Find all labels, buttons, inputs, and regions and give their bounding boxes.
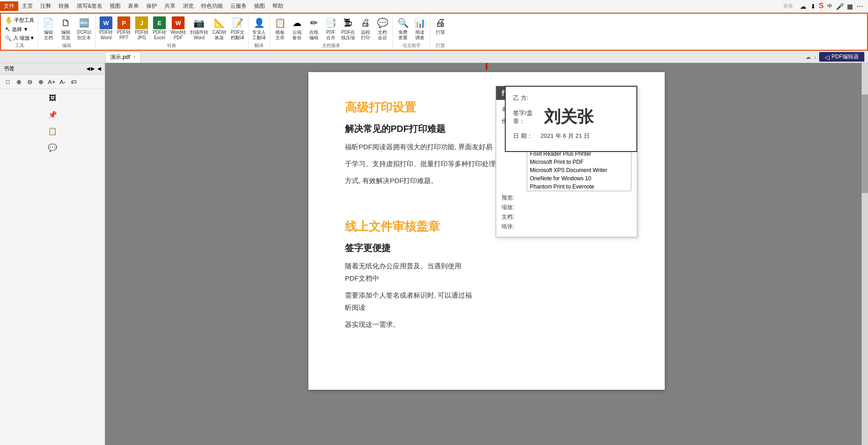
free-check-btn[interactable]: 🔍 免费查重 xyxy=(395,16,411,42)
printer-onenote[interactable]: OneNote for Windows 10 xyxy=(527,174,631,183)
pdf-ppt-btn[interactable]: P PDF转PPT xyxy=(115,16,132,42)
sidebar-icon-page[interactable]: 🖼 xyxy=(47,93,58,104)
sidebar-header: 书签 ◀ ▶ ◀ xyxy=(0,63,105,75)
sidebar-icon-comment[interactable]: 💬 xyxy=(47,142,58,153)
sig-party-label: 乙 方: xyxy=(513,94,540,102)
free-check-label: 免费查重 xyxy=(398,30,408,41)
file-tab[interactable]: 演示.pdf × xyxy=(105,52,141,63)
lang-icon[interactable]: 中 xyxy=(825,2,834,11)
free-check-icon: 🔍 xyxy=(397,16,409,29)
pdf-compress-label: PDF在线压缩 xyxy=(341,30,355,41)
zoom-tool-btn[interactable]: 🔍 入 缩放▼ xyxy=(4,34,36,42)
sidebar-toolbar: □ ⊕ ⊖ ⊕ A+ A- 🏷 xyxy=(0,75,105,89)
pdf-word-btn[interactable]: W PDF转Word xyxy=(97,16,115,42)
sig-date-row: 日 期： 2021 年 6 月 21 日 xyxy=(513,132,629,140)
word-pdf-label: Word转PDF xyxy=(170,30,186,41)
login-area[interactable]: 登录 xyxy=(783,3,793,10)
template-btn[interactable]: 📋 模板文库 xyxy=(272,16,288,42)
menu-convert[interactable]: 转换 xyxy=(55,1,73,11)
menu-browse[interactable]: 浏览 xyxy=(179,1,197,11)
pdf-compress-btn[interactable]: 🗜 PDF在线压缩 xyxy=(339,16,357,42)
sidebar-tool-2[interactable]: ⊕ xyxy=(14,77,24,87)
pdf-merge-label: PDF合并 xyxy=(326,30,335,41)
menu-sign[interactable]: 填写&签名 xyxy=(73,1,106,11)
sidebar-tool-tag[interactable]: 🏷 xyxy=(69,77,79,87)
sidebar-icon-bookmark[interactable]: 📌 xyxy=(47,109,58,120)
read-survey-btn[interactable]: 📊 阅读调查 xyxy=(412,16,428,42)
pdf-merge-btn[interactable]: 📑 PDF合并 xyxy=(323,16,339,42)
cad-btn[interactable]: 📐 CAD转换器 xyxy=(211,16,228,42)
doc-meeting-btn[interactable]: 💬 文档会议 xyxy=(374,16,391,42)
printer-ms-xps[interactable]: Microsoft XPS Document Writer xyxy=(527,166,631,174)
sidebar-collapse-btn[interactable]: ◀ xyxy=(97,66,101,72)
sidebar-tool-4[interactable]: ⊕ xyxy=(36,77,46,87)
scrollbar-thumb[interactable] xyxy=(862,94,868,193)
print-zoom-label: 缩放: xyxy=(502,204,518,211)
cloud-backup-btn[interactable]: ☁ 云端备份 xyxy=(289,16,305,42)
scrollbar[interactable] xyxy=(862,63,868,445)
pdf-jpg-btn[interactable]: J PDF转JPG xyxy=(133,16,150,42)
menu-form[interactable]: 表单 xyxy=(124,1,143,11)
sig-date-label: 日 期： xyxy=(513,132,540,140)
download-icon[interactable]: ⬇ xyxy=(809,2,818,11)
print-btn[interactable]: 🖨 打窟 xyxy=(432,16,449,42)
menu-view[interactable]: 视图 xyxy=(106,1,124,11)
sidebar-title: 书签 xyxy=(4,65,15,73)
grid-icon[interactable]: ▦ xyxy=(845,2,854,11)
menu-protect[interactable]: 保护 xyxy=(143,1,161,11)
remote-print-btn[interactable]: 🖨 远程打印 xyxy=(357,16,374,42)
edit-page-btn[interactable]: 🗋 编辑页面 xyxy=(58,16,74,42)
ocr-btn[interactable]: 🔤 OCR识别文本 xyxy=(75,16,93,42)
edit-doc-btn[interactable]: 📄 编辑文档 xyxy=(40,16,57,42)
lunwen-group: 🔍 免费查重 📊 阅读调查 论文助手 xyxy=(393,15,430,50)
cloud-backup-icon: ☁ xyxy=(291,16,303,29)
pdf-page: 高级打印设置 解决常见的PDF打印难题 福昕PDF阅读器拥有强大的打印功能, 界… xyxy=(308,72,665,390)
section-sig-text: 线上文件审核盖章 签字更便捷 随着无纸化办公应用普及。当遇到使用PDF文档中 需… xyxy=(345,219,473,335)
pro-translate-icon: 👤 xyxy=(253,16,265,29)
menu-help[interactable]: 帮助 xyxy=(269,1,287,11)
ocr-label: OCR识别文本 xyxy=(77,30,91,41)
menu-plugin[interactable]: 插图 xyxy=(250,1,269,11)
hand-tool-btn[interactable]: ✋ 手型工具 xyxy=(4,16,36,25)
menu-file[interactable]: 文件 xyxy=(0,1,18,11)
sidebar-icon-layers[interactable]: 📋 xyxy=(47,126,58,136)
sidebar-tool-font-down[interactable]: A- xyxy=(58,77,68,87)
printer-ms-pdf[interactable]: Microsoft Print to PDF xyxy=(527,158,631,166)
menu-home[interactable]: 主页 xyxy=(18,1,37,11)
pro-translate-btn[interactable]: 👤 专业人工翻译 xyxy=(250,16,268,42)
pdf-area[interactable]: 高级打印设置 解决常见的PDF打印难题 福昕PDF阅读器拥有强大的打印功能, 界… xyxy=(105,63,868,445)
menu-cloud[interactable]: 云服务 xyxy=(227,1,250,11)
sig-date-value: 2021 年 6 月 21 日 xyxy=(540,132,590,140)
template-icon: 📋 xyxy=(274,16,286,29)
select-tool-btn[interactable]: ↖ 选择 ▼ xyxy=(4,25,36,34)
printer-phantom-evernote[interactable]: Phantom Print to Evernote xyxy=(527,183,631,191)
sidebar-next-btn[interactable]: ▶ xyxy=(91,66,95,72)
sidebar-tool-1[interactable]: □ xyxy=(3,77,13,87)
print-label: 打窟 xyxy=(436,30,445,35)
menu-share[interactable]: 共享 xyxy=(161,1,179,11)
pdf-excel-btn[interactable]: E PDF转Excel xyxy=(151,16,168,42)
sidebar-tool-font-up[interactable]: A+ xyxy=(47,77,57,87)
sidebar-tool-3[interactable]: ⊖ xyxy=(25,77,35,87)
tab-bar: 演示.pdf × ☁ ↓ ◁ PDF编辑器 xyxy=(0,51,868,63)
hand-label: 手型工具 xyxy=(14,17,34,24)
pdf-merge-icon: 📑 xyxy=(324,16,337,29)
topbar-right: 登录 ☁ ⬇ S 中 🎤 ▦ ⋯ xyxy=(783,2,868,11)
word-pdf-btn[interactable]: W Word转PDF xyxy=(169,16,188,42)
menu-special[interactable]: 特色功能 xyxy=(197,1,227,11)
tab-close-btn[interactable]: × xyxy=(133,55,136,60)
pdf-translate-btn[interactable]: 📝 PDF文档翻译 xyxy=(229,16,246,42)
pdf-editor-arrow: ◁ xyxy=(825,53,830,61)
online-edit-btn[interactable]: ✏ 在线编辑 xyxy=(306,16,322,42)
ocr-icon: 🔤 xyxy=(78,16,90,29)
cloud-icon[interactable]: ☁ xyxy=(799,2,808,11)
edit-page-label: 编辑页面 xyxy=(61,30,70,41)
pdf-editor-btn[interactable]: ◁ PDF编辑器 xyxy=(819,52,864,62)
mic-icon[interactable]: 🎤 xyxy=(835,2,844,11)
sig-name-row: 签字/盖章： 刘关张 xyxy=(513,106,629,128)
sidebar-prev-btn[interactable]: ◀ xyxy=(86,66,90,72)
menu-comment[interactable]: 注释 xyxy=(37,1,55,11)
sig-section-subtitle: 签字更便捷 xyxy=(345,242,473,254)
scan-word-btn[interactable]: 📷 扫描件转Word xyxy=(188,16,210,42)
more-icon[interactable]: ⋯ xyxy=(855,2,864,11)
